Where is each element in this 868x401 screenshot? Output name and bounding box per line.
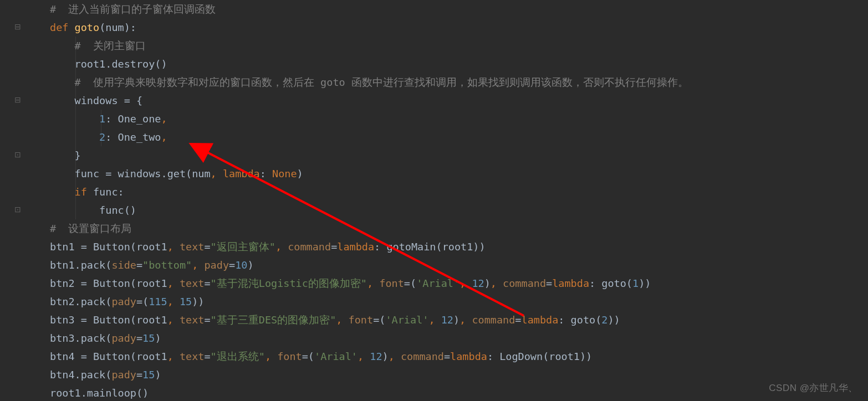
code-line[interactable]: root1.destroy() xyxy=(22,55,868,73)
code-line[interactable]: # 关闭主窗口 xyxy=(22,37,868,55)
fold-marker-icon[interactable]: ⊡ xyxy=(14,152,21,158)
code-line[interactable]: root1.mainloop() xyxy=(22,384,868,401)
code-line[interactable]: # 设置窗口布局 xyxy=(22,219,868,238)
code-line[interactable]: if func: xyxy=(22,183,868,201)
code-line[interactable]: btn2.pack(pady=(115, 15)) xyxy=(22,292,868,311)
code-line[interactable]: btn3.pack(pady=15) xyxy=(22,329,868,347)
code-line[interactable]: btn1 = Button(root1, text="返回主窗体", comma… xyxy=(22,238,868,256)
code-line[interactable]: func = windows.get(num, lambda: None) xyxy=(22,164,868,183)
code-line[interactable]: btn3 = Button(root1, text="基于三重DES的图像加密"… xyxy=(22,311,868,329)
code-line[interactable]: def goto(num): xyxy=(22,18,868,37)
code-line[interactable]: func() xyxy=(22,201,868,219)
code-line[interactable]: # 使用字典来映射数字和对应的窗口函数，然后在 goto 函数中进行查找和调用，… xyxy=(22,73,868,91)
code-line[interactable]: btn4 = Button(root1, text="退出系统", font=(… xyxy=(22,347,868,366)
fold-marker-icon[interactable]: ⊟ xyxy=(14,97,21,104)
code-line[interactable]: btn4.pack(pady=15) xyxy=(22,366,868,384)
code-line[interactable]: # 进入当前窗口的子窗体回调函数 xyxy=(22,0,868,18)
code-line[interactable]: btn2 = Button(root1, text="基于混沌Logistic的… xyxy=(22,274,868,292)
code-editor[interactable]: # 进入当前窗口的子窗体回调函数def goto(num): # 关闭主窗口 r… xyxy=(22,0,868,401)
code-line[interactable]: 1: One_one, xyxy=(22,110,868,128)
watermark: CSDN @亦世凡华、 xyxy=(769,382,858,394)
code-line[interactable]: 2: One_two, xyxy=(22,128,868,146)
code-line[interactable]: windows = { xyxy=(22,91,868,110)
fold-marker-icon[interactable]: ⊡ xyxy=(14,207,21,213)
editor-gutter: ⊟⊟⊡⊡ xyxy=(0,0,22,401)
code-line[interactable]: btn1.pack(side="bottom", pady=10) xyxy=(22,256,868,274)
fold-marker-icon[interactable]: ⊟ xyxy=(14,24,21,30)
code-line[interactable]: } xyxy=(22,146,868,164)
